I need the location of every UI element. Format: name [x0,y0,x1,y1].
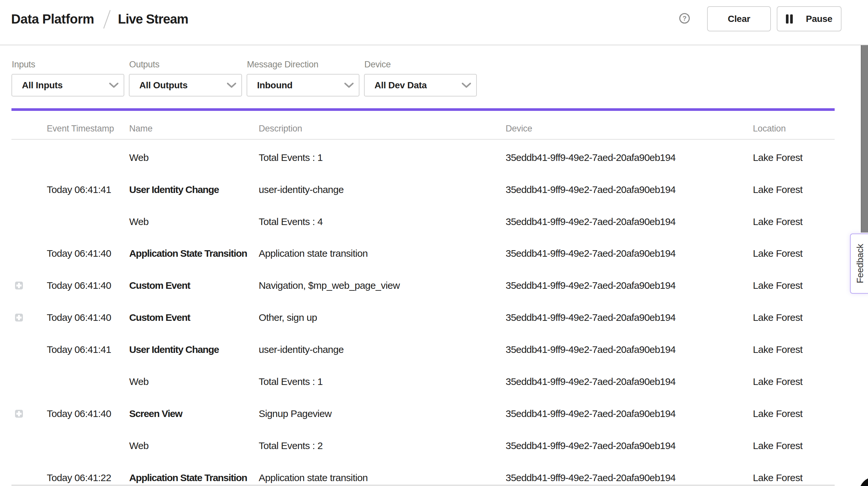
svg-text:?: ? [683,15,686,22]
